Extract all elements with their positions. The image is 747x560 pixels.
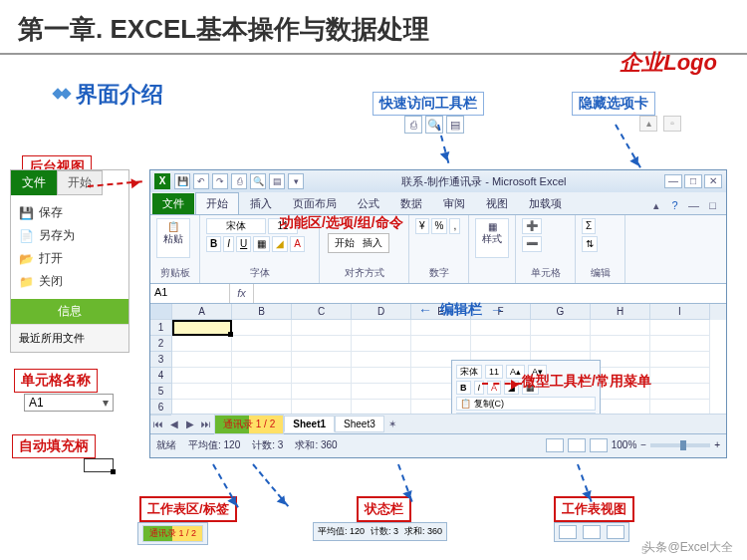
ribbon-popup: 开始 插入 [328,233,389,253]
maximize-button[interactable]: □ [684,174,702,188]
backstage-open[interactable]: 📂打开 [11,247,128,270]
callout-ribbon-cmd: 功能区/选项/组/命令 [280,214,403,232]
cells-area[interactable]: 宋体 11 A▴ A▾ B I A ◢ ▦ 📋 复制(C) 🔧 设置 [172,320,726,414]
doc-icon[interactable]: ▤ [269,173,285,189]
row-header[interactable]: 4 [150,368,171,384]
percent-button[interactable]: % [431,218,448,234]
row-header[interactable]: 5 [150,384,171,400]
bold-button[interactable]: B [206,236,221,252]
row-header[interactable]: 6 [150,400,171,416]
backstage-close[interactable]: 📁关闭 [11,270,128,293]
sort-button[interactable]: ⇅ [582,236,598,252]
insert-cell-button[interactable]: ➕ [522,218,542,234]
mini-size[interactable]: 11 [485,365,503,379]
undo-icon[interactable]: ↶ [193,173,209,189]
selected-cell[interactable] [172,320,232,336]
col-header[interactable]: H [591,304,650,320]
group-styles: ▦样式 [469,215,516,283]
backstage-tab-file[interactable]: 文件 [11,170,57,195]
minimize-ribbon-icon[interactable]: ▴ [639,116,657,132]
col-header[interactable]: C [292,304,352,320]
context-copy[interactable]: 📋 复制(C) [456,397,596,411]
comma-button[interactable]: , [449,218,460,234]
tab-layout[interactable]: 页面布局 [283,193,347,214]
namebox-closeup[interactable]: A1 [24,394,114,412]
delete-cell-button[interactable]: ➖ [522,236,542,252]
redo-icon[interactable]: ↷ [212,173,228,189]
tab-home[interactable]: 开始 [195,192,239,214]
row-header[interactable]: 3 [150,352,171,368]
font-name-select[interactable]: 宋体 [206,218,266,234]
mini-font[interactable]: 宋体 [456,365,482,379]
qat-more-icon[interactable]: ▾ [288,173,304,189]
name-box[interactable]: A1 [150,284,230,303]
group-clipboard: 📋粘贴 剪贴板 [150,215,200,283]
mini-bold[interactable]: B [456,381,471,395]
col-header[interactable]: G [531,304,591,320]
backstage-info[interactable]: 信息 [11,299,128,324]
sheet-tab-3[interactable]: Sheet3 [335,416,384,432]
italic-button[interactable]: I [223,236,234,252]
tab-data[interactable]: 数据 [390,193,432,214]
wnd-restore-icon[interactable]: □ [705,199,720,214]
view-layout-button[interactable] [568,438,586,452]
minimize-ribbon-alt-icon[interactable]: ▫ [663,116,681,132]
backstage-recent[interactable]: 最近所用文件 [11,324,128,352]
view-normal-button[interactable] [546,438,564,452]
print-icon[interactable]: ⎙ [404,116,422,134]
context-format[interactable]: 🔧 设置单元格 [456,413,596,414]
col-header[interactable]: D [352,304,411,320]
zoom-out-button[interactable]: − [640,439,646,450]
help-icon[interactable]: ? [667,199,682,214]
underline-button[interactable]: U [236,236,251,252]
minimize-ribbon-icon[interactable]: ▴ [648,199,663,214]
backstage-tab-start[interactable]: 开始 [57,170,103,195]
nav-next-icon[interactable]: ▶ [182,419,198,429]
arrow [252,463,289,506]
tab-formula[interactable]: 公式 [348,193,389,214]
close-button[interactable]: ✕ [704,174,722,188]
minimize-button[interactable]: — [664,174,682,188]
nav-last-icon[interactable]: ⏭ [198,419,214,429]
window-title: 联系-制作通讯录 - Microsoft Excel [304,174,664,189]
border-button[interactable]: ▦ [253,236,270,252]
close-icon: 📁 [19,275,33,289]
tab-review[interactable]: 审阅 [433,193,475,214]
nav-first-icon[interactable]: ⏮ [150,419,166,429]
view-break-button[interactable] [590,438,608,452]
doc-icon[interactable]: ▤ [446,116,464,134]
backstage-save-as[interactable]: 📄另存为 [11,224,128,247]
sheet-tab-colored[interactable]: 通讯录 1 / 2 [214,415,284,434]
tab-insert[interactable]: 插入 [240,193,282,214]
col-header[interactable]: B [232,304,292,320]
zoom-in-button[interactable]: + [714,439,720,450]
paste-button[interactable]: 📋粘贴 [156,218,190,258]
tab-addin[interactable]: 加载项 [519,193,572,214]
fill-color-button[interactable]: ◢ [272,236,288,252]
tab-file[interactable]: 文件 [152,193,194,214]
fx-button[interactable]: fx [230,284,254,303]
print-icon[interactable]: ⎙ [231,173,247,189]
sheet-tab-1[interactable]: Sheet1 [284,416,335,432]
callout-cell-name: 单元格名称 [14,369,98,393]
col-header[interactable]: I [650,304,710,320]
tab-view[interactable]: 视图 [476,193,518,214]
new-sheet-icon[interactable]: ✶ [384,419,400,429]
autosum-button[interactable]: Σ [582,218,596,234]
save-icon[interactable]: 💾 [174,173,190,189]
row-header[interactable]: 1 [150,320,171,336]
zoom-slider[interactable] [650,443,710,447]
nav-prev-icon[interactable]: ◀ [166,419,182,429]
ribbon-tabs: 文件 开始 插入 页面布局 公式 数据 审阅 视图 加载项 ▴ ? — □ [150,192,726,214]
select-all-corner[interactable] [150,304,171,320]
backstage-save[interactable]: 💾保存 [11,201,128,224]
preview-icon[interactable]: 🔍 [250,173,266,189]
currency-button[interactable]: ¥ [415,218,429,234]
wnd-min-icon[interactable]: — [686,199,701,214]
font-color-button[interactable]: A [290,236,305,252]
status-sum: 求和: 360 [295,438,337,452]
ribbon: 📋粘贴 剪贴板 宋体 11 B I U ▦ ◢ A 字体 开始 插入 对齐 [150,214,726,284]
row-header[interactable]: 2 [150,336,171,352]
col-header[interactable]: A [172,304,232,320]
styles-button[interactable]: ▦样式 [475,218,509,258]
